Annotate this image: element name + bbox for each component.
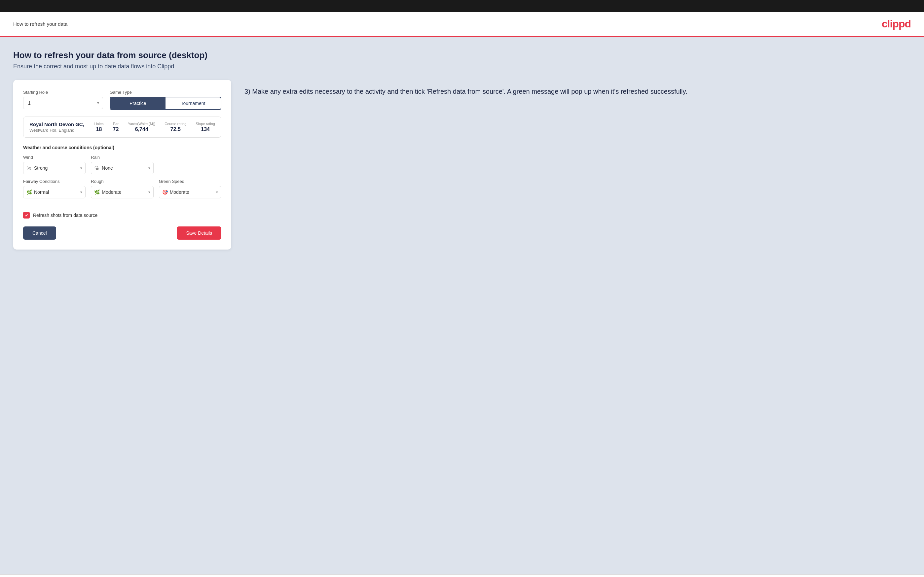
footer: Copyright Clippd 2022 [0,574,924,577]
par-value: 72 [113,126,119,132]
course-rating-stat: Course rating 72.5 [165,122,186,132]
starting-hole-group: Starting Hole 1 10 ▾ [23,90,103,110]
holes-stat: Holes 18 [94,122,103,132]
course-name-section: Royal North Devon GC, Westward Ho!, Engl… [29,121,84,133]
rain-icon: 🌤 [94,165,99,171]
course-stats: Holes 18 Par 72 Yards(White (M)) 6,744 C… [94,122,215,132]
top-bar [0,0,924,12]
refresh-checkbox-label: Refresh shots from data source [33,213,97,218]
fairway-label: Fairway Conditions [23,179,86,184]
game-type-toggle: Practice Tournament [110,97,221,110]
slope-rating-value: 134 [201,126,210,132]
rain-label: Rain [91,155,153,160]
header: How to refresh your data clippd [0,12,924,37]
wind-select[interactable]: Strong Mild Calm [23,162,86,174]
side-description: 3) Make any extra edits necessary to the… [244,87,911,97]
page-title: How to refresh your data from source (de… [13,50,911,60]
green-speed-select[interactable]: Moderate Slow Fast [159,186,221,198]
starting-hole-select-wrapper: 1 10 ▾ [23,97,103,109]
fairway-rough-green-row: Fairway Conditions 🌿 Normal Soft Firm ▾ … [23,179,221,198]
main-content: How to refresh your data from source (de… [0,37,924,574]
holes-value: 18 [96,126,102,132]
fairway-select-wrapper: 🌿 Normal Soft Firm ▾ [23,186,86,198]
fairway-group: Fairway Conditions 🌿 Normal Soft Firm ▾ [23,179,86,198]
green-speed-select-wrapper: 🎯 Moderate Slow Fast ▾ [159,186,221,198]
rough-group: Rough 🌿 Moderate Light Heavy ▾ [91,179,153,198]
fairway-select[interactable]: Normal Soft Firm [23,186,86,198]
refresh-checkbox-row[interactable]: Refresh shots from data source [23,212,221,219]
conditions-label: Weather and course conditions (optional) [23,145,221,150]
par-stat: Par 72 [113,122,119,132]
green-speed-icon: 🎯 [162,190,168,195]
cancel-button[interactable]: Cancel [23,226,56,240]
form-card: Starting Hole 1 10 ▾ Game Type Practice … [13,80,231,250]
green-speed-label: Green Speed [159,179,221,184]
game-type-label: Game Type [110,90,221,95]
game-type-group: Game Type Practice Tournament [110,90,221,110]
refresh-checkbox[interactable] [23,212,30,219]
rain-group: Rain 🌤 None Light Heavy ▾ [91,155,153,174]
rough-select-wrapper: 🌿 Moderate Light Heavy ▾ [91,186,153,198]
wind-rain-row: Wind 🌬 Strong Mild Calm ▾ Rain 🌤 [23,155,221,174]
fairway-icon: 🌿 [26,190,32,195]
slope-rating-label: Slope rating [195,122,215,126]
starting-hole-label: Starting Hole [23,90,103,95]
course-name: Royal North Devon GC, [29,121,84,127]
course-rating-label: Course rating [165,122,186,126]
wind-select-wrapper: 🌬 Strong Mild Calm ▾ [23,162,86,174]
yards-stat: Yards(White (M)) 6,744 [128,122,155,132]
logo: clippd [882,18,911,30]
slope-rating-stat: Slope rating 134 [195,122,215,132]
starting-hole-select[interactable]: 1 10 [23,97,103,109]
course-location: Westward Ho!, England [29,128,84,133]
top-form-row: Starting Hole 1 10 ▾ Game Type Practice … [23,90,221,110]
holes-label: Holes [94,122,103,126]
page-subtitle: Ensure the correct and most up to date d… [13,63,911,70]
par-label: Par [113,122,119,126]
rough-label: Rough [91,179,153,184]
course-info-box: Royal North Devon GC, Westward Ho!, Engl… [23,116,221,138]
wind-group: Wind 🌬 Strong Mild Calm ▾ [23,155,86,174]
divider [23,205,221,205]
header-title: How to refresh your data [13,21,68,27]
save-button[interactable]: Save Details [177,226,221,240]
green-speed-group: Green Speed 🎯 Moderate Slow Fast ▾ [159,179,221,198]
course-rating-value: 72.5 [170,126,181,132]
rain-select[interactable]: None Light Heavy [91,162,153,174]
content-area: Starting Hole 1 10 ▾ Game Type Practice … [13,80,911,250]
tournament-button[interactable]: Tournament [165,97,221,109]
wind-label: Wind [23,155,86,160]
rain-select-wrapper: 🌤 None Light Heavy ▾ [91,162,153,174]
side-text: 3) Make any extra edits necessary to the… [244,80,911,97]
yards-value: 6,744 [135,126,148,132]
wind-icon: 🌬 [26,165,31,171]
button-row: Cancel Save Details [23,226,221,240]
rough-select[interactable]: Moderate Light Heavy [91,186,153,198]
rain-spacer [159,155,221,174]
yards-label: Yards(White (M)) [128,122,155,126]
practice-button[interactable]: Practice [110,97,165,109]
rough-icon: 🌿 [94,190,100,195]
